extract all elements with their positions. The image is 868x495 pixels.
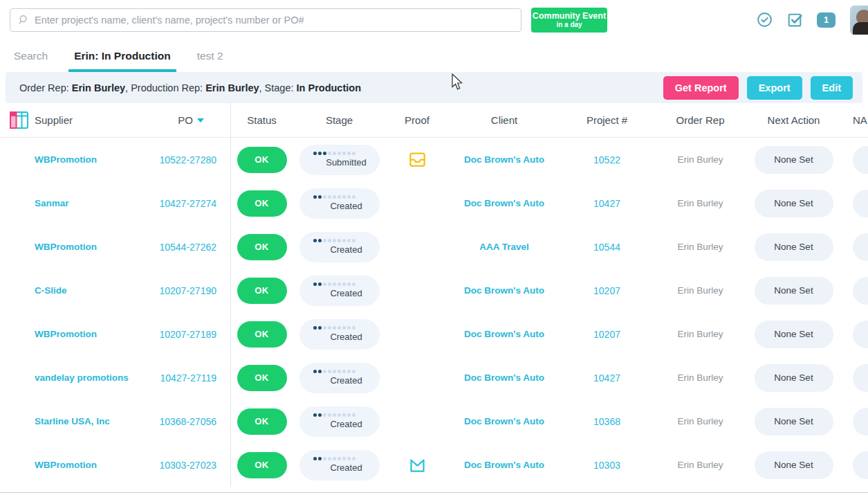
notification-badge[interactable]: 1 [817, 12, 835, 28]
get-report-button[interactable]: Get Report [663, 76, 739, 100]
na-pill-cutoff[interactable] [853, 364, 868, 392]
stage-dot [333, 370, 336, 373]
column-header-proof[interactable]: Proof [386, 103, 448, 137]
na-pill-cutoff[interactable] [853, 233, 868, 261]
envelope-open-icon[interactable] [408, 456, 427, 474]
po-link[interactable]: 10522-27280 [159, 154, 216, 165]
stage-dot [318, 413, 322, 417]
po-link[interactable]: 10303-27023 [159, 460, 216, 471]
client-link[interactable]: Doc Brown's Auto [464, 416, 544, 426]
po-link[interactable]: 10427-27274 [159, 198, 216, 209]
supplier-link[interactable]: Starline USA, Inc [35, 416, 110, 426]
na-pill-cutoff[interactable] [853, 408, 868, 435]
supplier-link[interactable]: C-Slide [35, 285, 67, 296]
status-ok-button[interactable]: OK [237, 147, 287, 173]
stage-indicator[interactable]: Created [299, 276, 380, 306]
next-action-button[interactable]: None Set [755, 190, 833, 217]
status-ok-button[interactable]: OK [237, 365, 287, 391]
supplier-link[interactable]: WBPromotion [35, 329, 97, 339]
stage-indicator[interactable]: Created [299, 406, 380, 437]
project-number-link[interactable]: 10427 [593, 372, 620, 384]
stage-dot [338, 239, 341, 242]
column-header-client[interactable]: Client [448, 103, 560, 137]
supplier-link[interactable]: WBPromotion [35, 242, 97, 252]
project-number-link[interactable]: 10303 [593, 460, 620, 471]
column-header-na[interactable]: NA [840, 103, 868, 137]
status-ok-button[interactable]: OK [237, 278, 287, 304]
stage-indicator[interactable]: Created [299, 319, 380, 350]
columns-config-icon[interactable] [10, 111, 28, 129]
client-link[interactable]: Doc Brown's Auto [464, 372, 544, 383]
tab-erin-in-production[interactable]: Erin: In Production [68, 39, 176, 72]
community-event-button[interactable]: Community Event in a day [531, 8, 607, 33]
status-ok-button[interactable]: OK [237, 321, 287, 348]
supplier-link[interactable]: WBPromotion [35, 154, 97, 165]
stage-dot [342, 370, 346, 373]
tab-test-2[interactable]: test 2 [192, 39, 229, 72]
edit-button[interactable]: Edit [811, 76, 853, 100]
next-action-button[interactable]: None Set [755, 233, 833, 261]
stage-indicator[interactable]: Created [299, 188, 380, 219]
po-link[interactable]: 10544-27262 [159, 242, 216, 253]
po-link[interactable]: 10207-27190 [159, 285, 216, 296]
project-number-link[interactable]: 10368 [593, 416, 620, 427]
client-link[interactable]: Doc Brown's Auto [464, 460, 544, 470]
na-pill-cutoff[interactable] [853, 321, 868, 348]
client-link[interactable]: Doc Brown's Auto [464, 329, 544, 339]
project-number-link[interactable]: 10207 [593, 285, 620, 296]
next-action-button[interactable]: None Set [755, 146, 833, 174]
project-number-link[interactable]: 10427 [593, 198, 620, 209]
status-ok-button[interactable]: OK [237, 234, 287, 260]
column-header-project[interactable]: Project # [560, 103, 654, 137]
project-number-link[interactable]: 10207 [593, 329, 620, 340]
column-header-order-rep[interactable]: Order Rep [654, 103, 747, 137]
next-action-button[interactable]: None Set [755, 321, 833, 348]
next-action-button[interactable]: None Set [755, 408, 833, 435]
po-link[interactable]: 10368-27056 [159, 416, 216, 427]
status-ok-button[interactable]: OK [237, 408, 287, 435]
column-header-po[interactable]: PO [159, 103, 230, 137]
status-ok-button[interactable]: OK [237, 452, 287, 478]
supplier-link[interactable]: WBPromotion [35, 460, 97, 470]
client-link[interactable]: Doc Brown's Auto [464, 198, 544, 208]
na-pill-cutoff[interactable] [853, 146, 868, 174]
supplier-link[interactable]: Sanmar [35, 198, 69, 208]
client-link[interactable]: Doc Brown's Auto [464, 285, 544, 296]
na-pill-cutoff[interactable] [853, 190, 868, 217]
avatar[interactable] [850, 6, 868, 35]
tab-search[interactable]: Search [8, 39, 53, 72]
column-header-next-action[interactable]: Next Action [747, 103, 840, 137]
stage-dot [328, 282, 331, 286]
search-input[interactable] [35, 15, 521, 26]
client-link[interactable]: AAA Travel [479, 242, 529, 252]
column-header-supplier[interactable]: Supplier [35, 103, 159, 137]
filter-summary-segment: Order Rep: [19, 82, 72, 93]
next-action-button[interactable]: None Set [755, 451, 833, 479]
stage-indicator[interactable]: Created [299, 363, 380, 393]
stage-indicator[interactable]: Created [299, 232, 380, 262]
stage-indicator[interactable]: Submitted [299, 145, 380, 175]
tasks-check-icon[interactable] [786, 11, 804, 28]
next-action-button[interactable]: None Set [755, 364, 833, 392]
po-link[interactable]: 10427-27119 [160, 372, 216, 384]
project-number-link[interactable]: 10544 [593, 242, 620, 253]
table-row: C-Slide 10207-27190 OK Created Doc Brown… [0, 269, 868, 312]
client-link[interactable]: Doc Brown's Auto [464, 154, 544, 165]
po-link[interactable]: 10207-27189 [159, 329, 216, 340]
clock-check-icon[interactable] [756, 11, 773, 28]
na-pill-cutoff[interactable] [853, 451, 868, 479]
table-bottom-border [0, 492, 868, 493]
column-header-status[interactable]: Status [230, 103, 293, 137]
inbox-icon[interactable] [408, 151, 427, 168]
status-ok-button[interactable]: OK [237, 190, 287, 217]
column-header-stage[interactable]: Stage [293, 103, 386, 137]
export-button[interactable]: Export [747, 76, 802, 100]
stage-indicator[interactable]: Created [299, 450, 380, 480]
stage-dot [333, 239, 336, 242]
project-number-link[interactable]: 10522 [593, 154, 620, 165]
search-box[interactable] [10, 8, 521, 32]
next-action-button[interactable]: None Set [755, 277, 833, 305]
supplier-link[interactable]: vandelay promotions [35, 372, 129, 383]
stage-dot [318, 282, 322, 286]
na-pill-cutoff[interactable] [853, 277, 868, 305]
